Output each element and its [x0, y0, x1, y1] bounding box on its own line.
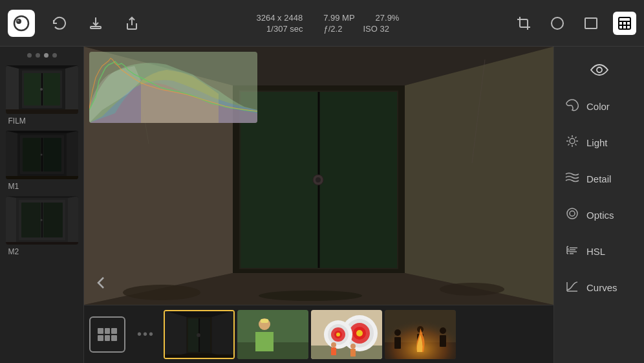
filmstrip: ••• [84, 305, 553, 363]
shutter-label: 1/307 sec [266, 24, 303, 34]
filmstrip-thumb-group[interactable] [385, 310, 456, 359]
curves-label: Curves [586, 282, 617, 293]
toolbar-metadata: 3264 x 2448 7.99 MP 27.9% 1/307 sec ƒ/2.… [144, 13, 512, 34]
preset-film-thumb [6, 65, 78, 114]
filmstrip-thumb-door[interactable] [164, 310, 235, 359]
svg-rect-49 [319, 92, 397, 268]
svg-point-102 [570, 211, 575, 216]
optics-panel-item[interactable]: Optics [554, 197, 644, 233]
svg-rect-26 [23, 138, 41, 171]
active-tool-button[interactable] [613, 12, 636, 35]
svg-point-85 [336, 333, 340, 336]
preset-dots [27, 53, 57, 58]
app-icon[interactable] [8, 10, 35, 37]
grid-icon [98, 328, 117, 341]
aspect-button[interactable] [579, 12, 603, 35]
svg-rect-94 [394, 337, 401, 349]
svg-marker-14 [6, 65, 19, 114]
dot-4 [52, 53, 57, 58]
svg-rect-27 [43, 138, 61, 171]
dot-1 [27, 53, 32, 58]
detail-icon [564, 171, 580, 186]
svg-rect-73 [261, 319, 268, 323]
svg-rect-16 [24, 73, 41, 105]
svg-point-58 [259, 291, 362, 301]
download-button[interactable] [84, 12, 107, 35]
detail-panel-item[interactable]: Detail [554, 160, 644, 197]
svg-point-101 [567, 208, 577, 219]
svg-rect-36 [21, 203, 41, 237]
svg-point-88 [331, 342, 336, 347]
light-panel-item[interactable]: Light [554, 124, 644, 160]
svg-rect-30 [6, 176, 78, 179]
main-image[interactable] [84, 47, 553, 305]
svg-point-53 [316, 177, 321, 182]
preset-m2[interactable]: M2 [6, 196, 78, 256]
history-button[interactable] [48, 12, 71, 35]
svg-point-39 [40, 219, 42, 221]
grid-cell [111, 328, 117, 334]
color-panel-item[interactable]: Color [554, 88, 644, 124]
grid-cell [105, 335, 111, 341]
grid-view-button[interactable] [89, 316, 125, 353]
filmstrip-thumb-person[interactable] [237, 310, 308, 359]
zoom-label: 27.9% [376, 13, 400, 23]
svg-point-99 [597, 67, 602, 72]
hsl-panel-item[interactable]: HSL [554, 233, 644, 269]
optics-label: Optics [586, 210, 614, 221]
back-button[interactable] [89, 271, 113, 294]
svg-point-93 [394, 329, 401, 336]
iso-label: ISO 32 [363, 24, 389, 34]
detail-label: Detail [586, 173, 611, 184]
presets-panel: FILM M1 [0, 47, 84, 363]
svg-point-29 [40, 154, 42, 156]
svg-point-95 [440, 327, 446, 334]
svg-marker-43 [405, 47, 553, 305]
svg-marker-25 [67, 131, 78, 179]
svg-point-57 [440, 283, 504, 296]
light-label: Light [586, 137, 608, 148]
curves-panel-item[interactable]: Curves [554, 269, 644, 305]
svg-rect-75 [311, 346, 382, 359]
svg-marker-34 [6, 196, 16, 245]
preset-m1[interactable]: M1 [6, 131, 78, 191]
hsl-label: HSL [586, 246, 605, 257]
svg-rect-87 [350, 349, 356, 357]
svg-point-100 [570, 138, 575, 144]
preset-film[interactable]: FILM [6, 65, 78, 126]
filmstrip-dots: ••• [131, 327, 161, 342]
filmstrip-thumb-archery[interactable] [311, 310, 382, 359]
svg-point-86 [350, 344, 356, 349]
curves-icon [564, 280, 580, 296]
dot-2 [36, 53, 40, 58]
top-toolbar: 3264 x 2448 7.99 MP 27.9% 1/307 sec ƒ/2.… [0, 0, 644, 47]
grid-cell [98, 335, 103, 341]
svg-marker-61 [165, 311, 187, 358]
svg-marker-24 [6, 131, 17, 179]
grid-cell [105, 328, 111, 334]
circle-button[interactable] [546, 12, 569, 35]
svg-point-4 [552, 17, 563, 29]
svg-point-0 [14, 16, 28, 30]
svg-rect-17 [43, 73, 60, 105]
svg-rect-65 [199, 318, 210, 351]
preset-m1-label: M1 [6, 182, 19, 191]
center-area: ••• [84, 47, 553, 363]
aperture-label: ƒ/2.2 [323, 24, 342, 34]
color-icon [564, 98, 580, 115]
svg-point-67 [197, 333, 200, 337]
svg-marker-62 [211, 311, 233, 358]
share-button[interactable] [120, 12, 144, 35]
eye-button[interactable] [554, 52, 644, 88]
preset-m2-label: M2 [6, 247, 19, 256]
color-label: Color [586, 101, 610, 112]
histogram-overlay [89, 52, 257, 123]
svg-rect-72 [255, 332, 274, 351]
svg-rect-89 [331, 347, 336, 355]
hsl-icon [564, 243, 580, 259]
preset-m2-thumb [6, 196, 78, 245]
svg-marker-35 [68, 196, 78, 245]
svg-point-19 [40, 88, 43, 91]
crop-button[interactable] [512, 12, 535, 35]
svg-rect-6 [619, 17, 630, 29]
